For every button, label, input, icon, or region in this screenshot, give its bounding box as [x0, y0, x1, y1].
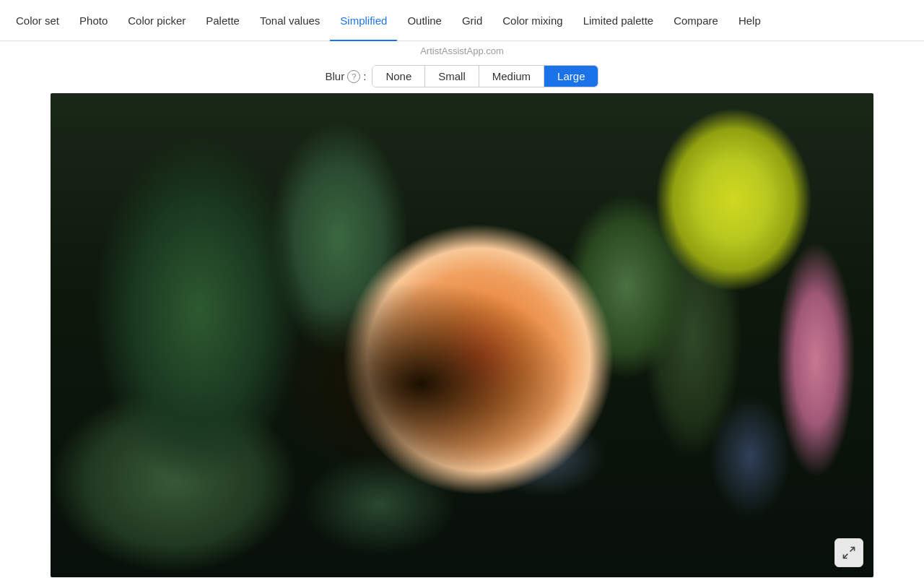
navigation-bar: Color setPhotoColor pickerPaletteTonal v… — [0, 0, 924, 41]
svg-line-0 — [850, 548, 855, 552]
watermark-text: ArtistAssistApp.com — [420, 41, 504, 59]
blur-btn-none[interactable]: None — [372, 66, 425, 87]
fullscreen-button[interactable] — [834, 538, 863, 567]
blur-button-group: NoneSmallMediumLarge — [372, 65, 598, 87]
nav-item-limited-palette[interactable]: Limited palette — [573, 0, 664, 41]
nav-item-grid[interactable]: Grid — [452, 0, 492, 41]
nav-item-photo[interactable]: Photo — [69, 0, 118, 41]
nav-item-color-mixing[interactable]: Color mixing — [492, 0, 572, 41]
blur-label: Blur ? : — [326, 70, 367, 83]
simplified-image — [51, 93, 873, 577]
blur-help-icon[interactable]: ? — [347, 70, 360, 83]
blur-btn-medium[interactable]: Medium — [479, 66, 544, 87]
nav-item-help[interactable]: Help — [728, 0, 771, 41]
nav-item-outline[interactable]: Outline — [397, 0, 452, 41]
nav-item-compare[interactable]: Compare — [663, 0, 728, 41]
nav-item-color-set[interactable]: Color set — [6, 0, 69, 41]
nav-item-tonal-values[interactable]: Tonal values — [250, 0, 330, 41]
blur-controls: Blur ? : NoneSmallMediumLarge — [326, 59, 599, 93]
blur-btn-small[interactable]: Small — [425, 66, 479, 87]
content-area: ArtistAssistApp.com Blur ? : NoneSmallMe… — [0, 41, 924, 577]
fullscreen-icon — [842, 545, 856, 560]
nav-item-simplified[interactable]: Simplified — [330, 0, 397, 41]
nav-item-color-picker[interactable]: Color picker — [118, 0, 196, 41]
svg-line-1 — [844, 554, 848, 558]
nav-item-palette[interactable]: Palette — [196, 0, 250, 41]
flower-canvas — [51, 93, 873, 577]
blur-btn-large[interactable]: Large — [544, 66, 598, 87]
